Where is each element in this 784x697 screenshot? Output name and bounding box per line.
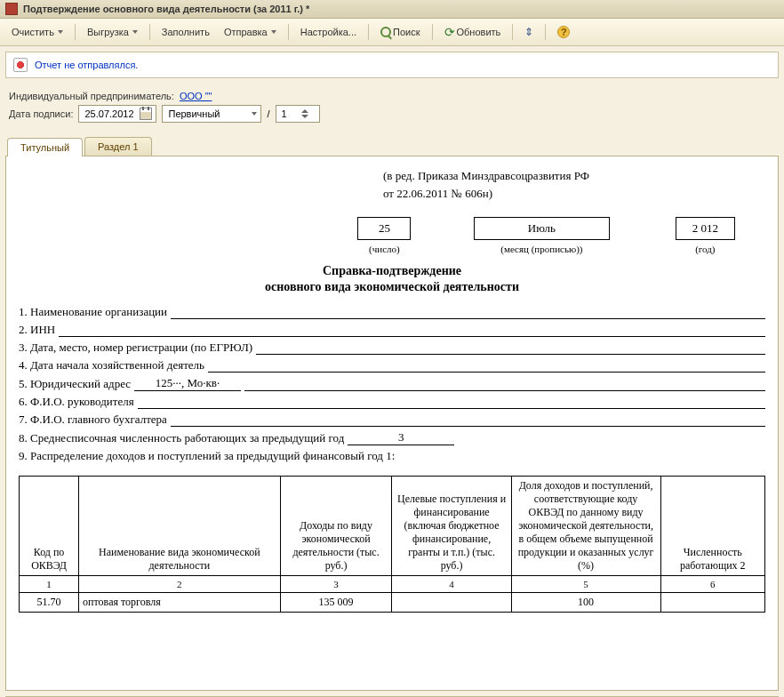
- tab-section1[interactable]: Раздел 1: [84, 137, 152, 156]
- distribution-table: Код по ОКВЭД Наименование вида экономиче…: [19, 476, 765, 613]
- chevron-down-icon: [271, 30, 276, 34]
- date-table: 25 Июль 2 012 (число) (месяц (прописью))…: [19, 214, 765, 257]
- help-icon: ?: [557, 26, 570, 38]
- doc-reference: (в ред. Приказа Минздравсоцразвития РФ о…: [383, 167, 765, 202]
- search-button[interactable]: Поиск: [374, 23, 426, 41]
- date-day: 25: [357, 217, 411, 240]
- sign-date-label: Дата подписи:: [9, 108, 73, 119]
- calendar-icon[interactable]: [140, 108, 152, 120]
- addr-value-b: [244, 377, 765, 391]
- table-row: 51.70 оптовая торговля 135 009 100: [20, 593, 765, 613]
- status-bar: Отчет не отправлялся.: [5, 52, 779, 78]
- addr-value-a: 125···, Мо·кв·: [134, 376, 241, 391]
- kind-select[interactable]: [162, 105, 261, 123]
- updown-icon: ⇕: [524, 26, 533, 38]
- sign-date-input[interactable]: [78, 105, 156, 123]
- seq-separator: /: [267, 108, 269, 119]
- start-date-value: [208, 358, 765, 373]
- titlebar: Подтверждение основного вида деятельност…: [0, 0, 784, 19]
- inn-value: [59, 323, 765, 337]
- chevron-down-icon: [58, 30, 63, 34]
- spinner-buttons[interactable]: [301, 109, 308, 118]
- head-value: [138, 395, 765, 409]
- export-button[interactable]: Выгрузка: [81, 23, 144, 41]
- entrepreneur-link[interactable]: ООО "": [180, 91, 212, 101]
- document-pane[interactable]: (в ред. Приказа Минздравсоцразвития РФ о…: [5, 156, 779, 691]
- status-icon: [13, 58, 28, 72]
- form-area: Индивидуальный предприниматель: ООО "" Д…: [0, 84, 784, 133]
- seq-input[interactable]: [276, 105, 320, 123]
- avg-count-value: 3: [348, 430, 454, 445]
- doc-subtitle: основного вида экономической деятельност…: [19, 280, 765, 294]
- refresh-button[interactable]: ⟳Обновить: [438, 21, 508, 43]
- search-icon: [380, 27, 391, 37]
- doc-title: Справка-подтверждение: [19, 264, 765, 278]
- window-title: Подтверждение основного вида деятельност…: [23, 4, 309, 14]
- help-button[interactable]: ?: [551, 22, 576, 42]
- date-year: 2 012: [676, 217, 735, 240]
- accountant-value: [171, 413, 765, 427]
- refresh-icon: ⟳: [444, 25, 455, 39]
- send-button[interactable]: Отправка: [218, 23, 283, 41]
- document: (в ред. Приказа Минздравсоцразвития РФ о…: [19, 167, 765, 613]
- settings-button[interactable]: Настройка...: [294, 23, 363, 41]
- tab-title[interactable]: Титульный: [7, 138, 83, 156]
- chevron-down-icon: [132, 30, 138, 34]
- clear-button[interactable]: Очистить: [5, 23, 69, 41]
- toolbar: Очистить Выгрузка Заполнить Отправка Нас…: [0, 19, 784, 46]
- updown-button[interactable]: ⇕: [518, 22, 540, 42]
- chevron-down-icon[interactable]: [252, 112, 257, 116]
- date-month: Июль: [474, 217, 610, 240]
- org-name-value: [171, 305, 765, 319]
- fill-button[interactable]: Заполнить: [156, 23, 216, 41]
- status-text: Отчет не отправлялся.: [35, 60, 138, 70]
- reg-value: [256, 340, 765, 355]
- entrepreneur-label: Индивидуальный предприниматель:: [9, 91, 174, 101]
- tabs: Титульный Раздел 1: [0, 137, 784, 156]
- app-icon: [5, 3, 18, 15]
